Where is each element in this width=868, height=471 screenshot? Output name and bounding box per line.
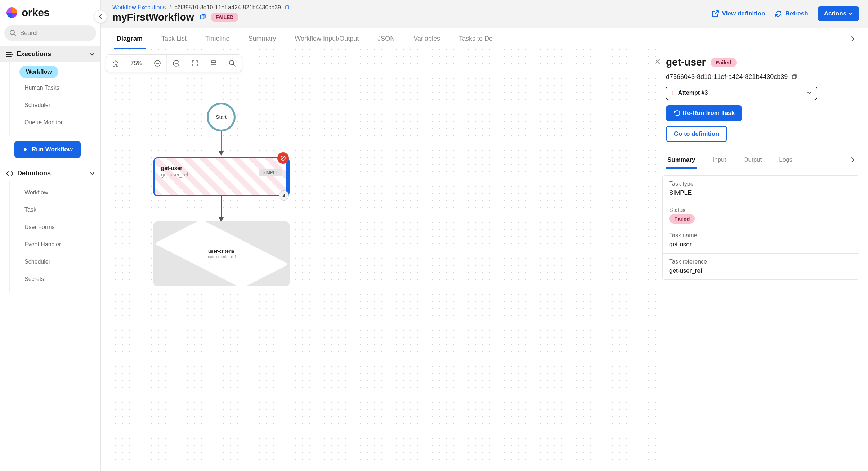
executions-icon [6,51,13,57]
tab-variables[interactable]: Variables [411,28,443,49]
zoom-level: 75% [125,55,148,72]
edge-task-to-switch [221,196,222,221]
sidebar-item-def-user-forms[interactable]: User Forms [19,220,100,235]
tab-diagram[interactable]: Diagram [114,28,146,49]
svg-rect-3 [200,15,204,19]
copy-icon[interactable] [199,14,206,21]
task-status-badge: Failed [711,58,736,67]
undo-icon [673,110,680,116]
refresh-label: Refresh [785,10,808,17]
zoom-in-button[interactable] [167,55,185,72]
nav-group-definitions[interactable]: Definitions [0,165,100,181]
attempt-select[interactable]: ! Attempt #3 [666,86,817,100]
tab-task-list[interactable]: Task List [158,28,189,49]
chevron-down-icon [90,52,95,57]
copy-icon[interactable] [285,5,290,10]
execution-id: c6f39510-8d10-11ef-a424-821b4430cb39 [175,4,281,11]
breadcrumb-link[interactable]: Workflow Executions [112,4,166,11]
print-button[interactable] [204,55,223,72]
rerun-from-task-button[interactable]: Re-Run from Task [666,105,742,121]
main-tabs: Diagram Task List Timeline Summary Workf… [101,28,868,49]
run-workflow-label: Run Workflow [32,146,73,153]
details-tab-input[interactable]: Input [711,151,728,169]
field-value-status: Failed [669,214,695,224]
tab-tasks-to-do[interactable]: Tasks to Do [456,28,496,49]
rerun-label: Re-Run from Task [683,109,735,117]
svg-line-1 [14,34,16,36]
field-value-task-ref: get-user_ref [669,267,853,274]
tab-workflow-io[interactable]: Workflow Input/Output [292,28,362,49]
node-user-criteria[interactable]: user-criteria user-criteria_ref [153,221,290,286]
svg-line-15 [282,157,285,160]
tabs-scroll-right[interactable] [846,32,859,45]
task-title: get-user [666,57,706,68]
copy-icon[interactable] [791,74,797,80]
sidebar-item-def-event-handler[interactable]: Event Handler [19,237,100,252]
node-start[interactable]: Start [207,103,236,131]
svg-line-13 [233,64,235,66]
refresh-link[interactable]: Refresh [774,10,808,18]
nav-group-executions[interactable]: Executions [0,46,100,62]
retry-count-badge: 4 [279,190,289,201]
diagram-toolbar: 75% [106,54,242,72]
actions-label: Actions [824,10,846,17]
view-definition-link[interactable]: View definition [711,10,765,18]
zoom-out-button[interactable] [148,55,167,72]
refresh-icon [774,10,782,18]
go-to-definition-button[interactable]: Go to definition [666,126,727,142]
field-value-task-name: get-user [669,241,853,248]
edge-start-to-task [221,131,222,155]
node-switch-ref: user-criteria_ref [207,254,236,259]
svg-point-12 [229,60,234,65]
tab-summary[interactable]: Summary [245,28,279,49]
node-get-user[interactable]: get-user get-user_ref SIMPLE [153,157,290,196]
top-header: Workflow Executions / c6f39510-8d10-11ef… [101,0,868,28]
details-tab-logs[interactable]: Logs [778,151,794,169]
sidebar-item-def-task[interactable]: Task [19,202,100,217]
sidebar-item-queue-monitor[interactable]: Queue Monitor [19,115,100,130]
field-label-task-ref: Task reference [669,259,853,265]
warning-icon: ! [671,90,673,96]
tab-timeline[interactable]: Timeline [202,28,232,49]
field-label-task-name: Task name [669,232,853,239]
attempt-label: Attempt #3 [678,90,802,96]
close-details-button[interactable] [656,58,661,65]
nav-group-definitions-label: Definitions [17,170,90,177]
node-start-label: Start [216,114,227,120]
sidebar-item-human-tasks[interactable]: Human Tasks [19,80,100,95]
details-tab-output[interactable]: Output [742,151,763,169]
node-task-type-tag: SIMPLE [259,169,282,176]
logo-row: orkes [0,0,100,25]
field-value-task-type: SIMPLE [669,189,853,197]
svg-rect-16 [792,75,796,78]
home-button[interactable] [106,55,125,72]
status-badge: FAILED [211,13,239,22]
external-link-icon [711,10,719,18]
diagram-panel[interactable]: 75% [101,49,656,471]
collapse-sidebar-button[interactable] [94,10,107,23]
logo-icon [6,6,18,19]
play-icon [22,147,28,152]
details-panel: get-user Failed d7566043-8d10-11ef-a424-… [656,49,868,471]
svg-rect-2 [286,6,289,9]
node-switch-name: user-criteria [207,248,236,254]
sidebar-item-scheduler[interactable]: Scheduler [19,98,100,113]
search-box[interactable]: ⌘ K [4,25,96,41]
fit-button[interactable] [185,55,204,72]
workflow-name: myFirstWorkflow [112,12,194,23]
search-diagram-button[interactable] [223,55,242,72]
sidebar-item-workflow[interactable]: Workflow [19,66,58,78]
sidebar-item-def-secrets[interactable]: Secrets [19,272,100,287]
tab-json[interactable]: JSON [375,28,398,49]
details-tabs-scroll-right[interactable] [850,153,856,166]
run-workflow-button[interactable]: Run Workflow [14,141,81,158]
chevron-down-icon [90,171,95,176]
actions-button[interactable]: Actions [818,6,859,21]
sidebar-item-def-scheduler[interactable]: Scheduler [19,254,100,269]
code-icon [6,171,14,176]
view-definition-label: View definition [722,10,765,17]
search-input[interactable] [20,30,97,37]
details-tab-summary[interactable]: Summary [666,151,697,169]
details-fields: Task type SIMPLE Status Failed Task name… [662,175,859,280]
sidebar-item-def-workflow[interactable]: Workflow [19,185,100,200]
